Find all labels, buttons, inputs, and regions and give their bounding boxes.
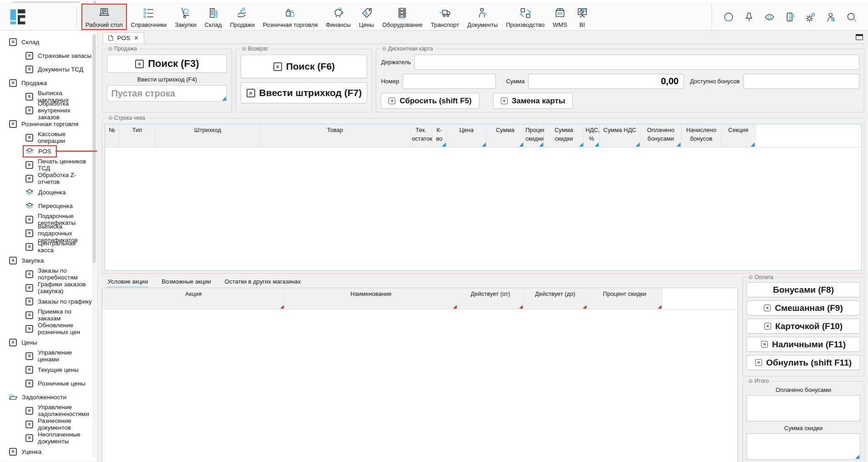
toolbar-button-label: WMS — [553, 21, 567, 28]
sidebar-item[interactable]: × — [0, 458, 97, 462]
sidebar-item-label: Цены — [21, 339, 37, 346]
sidebar-item[interactable]: ×Обновление розничных цен — [0, 322, 97, 335]
x-box-icon: × — [25, 161, 33, 169]
sort-indicator — [658, 305, 661, 309]
toolbar-button[interactable]: Рабочий стол — [81, 4, 127, 30]
sidebar-item[interactable]: ×Уценка — [0, 445, 97, 458]
column-header[interactable]: Процент скидки — [587, 288, 662, 309]
column-header[interactable]: Тек. остаток — [410, 124, 432, 147]
refund-search-button[interactable]: × Поиск (F6) — [241, 55, 367, 78]
payment-button[interactable]: Бонусами (F8) — [747, 282, 860, 297]
holder-input[interactable] — [414, 55, 859, 70]
card-number-input[interactable] — [403, 74, 496, 89]
sidebar-item[interactable]: ×Управление ценами — [0, 349, 97, 363]
toolbar-button[interactable]: Цены — [355, 4, 378, 30]
toolbar-button[interactable]: Справочники — [127, 4, 171, 30]
column-header[interactable]: Действует (от) — [457, 288, 523, 309]
file-icon — [108, 35, 113, 41]
reset-card-button[interactable]: × Сбросить (shift F5) — [381, 93, 479, 109]
sidebar-item[interactable]: ×Графики заказов (закупка) — [0, 281, 97, 294]
settings-icon[interactable] — [805, 11, 816, 23]
toolbar-button[interactable]: Склад — [201, 4, 226, 30]
layers-icon — [25, 148, 34, 155]
replace-card-button[interactable]: × Замена карты — [493, 93, 573, 109]
sale-barcode-input[interactable]: Пустая строка — [107, 85, 227, 102]
available-bonus-input[interactable] — [743, 74, 859, 89]
wms-icon — [553, 6, 567, 20]
sidebar-scrollbar[interactable] — [92, 34, 96, 458]
pin-icon[interactable] — [743, 11, 755, 23]
refund-group-title: Возврат — [240, 46, 270, 52]
toolbar-button-label: BI — [580, 21, 585, 28]
column-header[interactable]: К-во — [432, 124, 446, 147]
sidebar-item[interactable]: ×Склад — [0, 35, 97, 49]
sidebar-item[interactable]: Дооценка — [0, 185, 97, 199]
payment-button[interactable]: ×Смешанная (F9) — [747, 300, 860, 315]
column-header[interactable]: Наименование — [284, 288, 457, 309]
sidebar-item-label: POS — [38, 148, 51, 155]
sale-search-button[interactable]: × Поиск (F3) — [107, 55, 227, 73]
toolbar-button[interactable]: Закупки — [171, 4, 200, 30]
sidebar-item[interactable]: ×Обработка Z-отчетов — [0, 172, 97, 185]
toolbar-button[interactable]: Финансы — [322, 4, 355, 30]
toolbar-button[interactable]: Продажи — [226, 4, 258, 30]
sidebar-item-label: Обновление розничных цен — [38, 322, 92, 335]
payment-button-label: Наличными (F11) — [772, 340, 846, 350]
handtruck-icon — [179, 6, 192, 20]
payment-button[interactable]: ×Обнулить (shift F11) — [747, 355, 860, 370]
promo-tab[interactable]: Остатки в других магазинах — [225, 278, 301, 288]
column-header[interactable]: Цена — [446, 124, 486, 147]
card-amount-input[interactable]: 0,00 — [528, 74, 683, 89]
column-header[interactable]: Тип — [119, 124, 155, 147]
toolbar-button[interactable]: BI — [571, 4, 593, 30]
toolbar-button[interactable]: Оборудование — [378, 4, 426, 30]
eye-icon[interactable] — [764, 11, 775, 23]
column-header[interactable]: Сумма — [486, 124, 524, 147]
payment-button-label: Обнулить (shift F11) — [766, 358, 852, 368]
toolbar-button[interactable]: Транспорт — [427, 4, 464, 30]
toolbar-button[interactable]: Розничная торговля — [259, 4, 322, 30]
column-header[interactable]: Сумма НДС — [599, 124, 640, 147]
column-header[interactable]: Начислено бонусов — [681, 124, 721, 147]
sidebar-item[interactable]: ×Центральная касса — [0, 240, 97, 254]
payment-button[interactable]: ×Наличными (F11) — [747, 337, 860, 352]
sidebar-item[interactable]: ×Текущие цены — [0, 363, 97, 376]
x-box-icon: × — [25, 175, 33, 183]
toolbar-button-label: Закупки — [175, 21, 196, 28]
toolbar-button[interactable]: WMS — [549, 4, 571, 30]
column-header[interactable]: Сумма скидки — [544, 124, 584, 147]
sidebar-item[interactable]: ×Документы ТСД — [0, 62, 97, 76]
placeholder-icon: × — [247, 89, 255, 97]
close-icon[interactable]: ✕ — [134, 35, 139, 41]
clock-icon[interactable] — [723, 11, 734, 23]
window-panel-icon[interactable] — [856, 34, 863, 40]
user-lock-icon[interactable] — [825, 11, 837, 23]
sidebar-item[interactable]: ×Страховые запасы — [0, 49, 97, 62]
toolbar-button[interactable]: Документы — [463, 4, 502, 30]
refund-barcode-button[interactable]: × Ввести штрихкод (F7) — [241, 82, 367, 103]
column-header[interactable]: Товар — [260, 124, 410, 147]
resize-corner — [222, 96, 226, 101]
feedback-icon[interactable] — [784, 11, 796, 23]
column-header[interactable]: Оплачено бонусами — [640, 124, 681, 147]
promo-tab[interactable]: Условие акции — [107, 278, 148, 288]
column-header[interactable]: Штрихкод — [155, 124, 260, 147]
column-header[interactable]: Процен скидки — [524, 124, 544, 147]
promo-tabs: Условие акцииВозможные акцииОстатки в др… — [102, 277, 738, 288]
toolbar-button[interactable]: Производство — [502, 4, 549, 30]
search-icon[interactable] — [846, 11, 857, 23]
column-header[interactable]: Секция — [721, 124, 755, 147]
sidebar-item[interactable]: ×Кассовые операции — [0, 131, 97, 144]
sort-indicator — [579, 142, 583, 147]
tab-pos[interactable]: POS ✕ — [103, 32, 144, 44]
column-header[interactable]: Действует (до) — [523, 288, 587, 309]
sidebar-item[interactable]: ×Обработка внутренних заказов — [0, 103, 97, 117]
column-header[interactable]: НДС, % — [584, 124, 599, 147]
sidebar-item[interactable]: ×Розничные цены — [0, 376, 97, 390]
payment-button[interactable]: ×Карточкой (F10) — [747, 319, 860, 334]
sidebar-item-label: Переоценка — [38, 203, 73, 209]
promo-tab[interactable]: Возможные акции — [161, 278, 211, 288]
column-header[interactable]: Акция — [102, 288, 284, 309]
column-header[interactable]: № — [105, 124, 119, 147]
sidebar-item[interactable]: ×Неоплаченные документы — [0, 431, 97, 445]
